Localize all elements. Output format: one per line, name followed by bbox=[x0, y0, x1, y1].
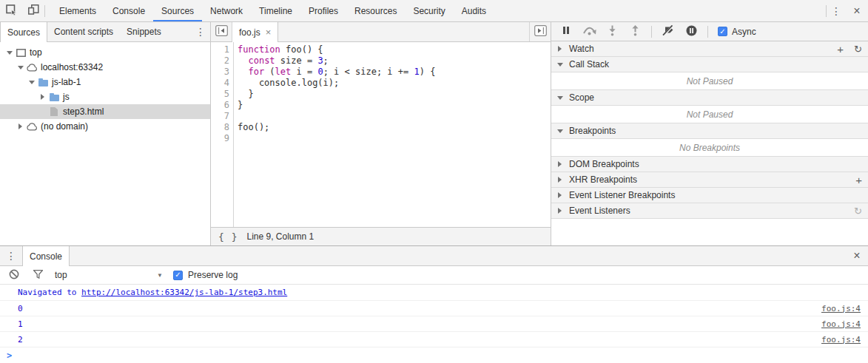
device-toolbar-icon bbox=[28, 4, 39, 17]
section-event-listener-breakpoints[interactable]: Event Listener Breakpoints bbox=[551, 188, 868, 203]
section-title: Event Listeners bbox=[569, 206, 630, 216]
editor-tab-foo-js[interactable]: foo.js × bbox=[232, 22, 278, 42]
tab-resources[interactable]: Resources bbox=[346, 0, 405, 21]
code-line[interactable]: foo(); bbox=[238, 122, 551, 133]
expander-icon[interactable] bbox=[27, 81, 36, 84]
console-nav-link[interactable]: http://localhost:63342/js-lab-1/step3.ht… bbox=[81, 288, 287, 297]
tree-item-top[interactable]: top bbox=[0, 45, 210, 60]
tab-console[interactable]: Console bbox=[104, 0, 153, 21]
console-menu-button[interactable]: ⋮ bbox=[0, 246, 22, 265]
step-into-button[interactable] bbox=[605, 25, 619, 38]
refresh-icon[interactable]: ↻ bbox=[854, 44, 862, 54]
section-expander-icon[interactable] bbox=[555, 208, 565, 214]
code-line[interactable]: } bbox=[238, 100, 551, 111]
step-over-icon bbox=[582, 26, 596, 38]
navigator-menu-button[interactable]: ⋮ bbox=[191, 22, 210, 41]
close-drawer-button[interactable]: × bbox=[846, 246, 868, 265]
console-prompt[interactable]: > bbox=[0, 348, 868, 363]
navigator-tab-snippets[interactable]: Snippets bbox=[120, 22, 168, 41]
devtools-menu-button[interactable]: ⋮ bbox=[827, 0, 846, 21]
line-number[interactable]: 3 bbox=[211, 67, 229, 78]
line-number[interactable]: 6 bbox=[211, 100, 229, 111]
code-line[interactable]: const size = 3; bbox=[238, 55, 551, 67]
section-scope[interactable]: Scope bbox=[551, 90, 868, 106]
section-breakpoints[interactable]: Breakpoints bbox=[551, 123, 868, 139]
section-title: Call Stack bbox=[569, 59, 609, 69]
code-line[interactable] bbox=[238, 133, 551, 144]
preserve-log-checkbox[interactable]: ✓ bbox=[173, 271, 183, 280]
section-expander-icon[interactable] bbox=[555, 96, 565, 100]
console-source-link[interactable]: foo.js:4 bbox=[821, 319, 861, 329]
tree-item-localhost-63342[interactable]: localhost:63342 bbox=[0, 60, 210, 75]
step-over-button[interactable] bbox=[582, 26, 596, 38]
tree-item-no-domain[interactable]: (no domain) bbox=[0, 119, 210, 134]
async-toggle[interactable]: ✓ Async bbox=[718, 27, 756, 37]
section-xhr-breakpoints[interactable]: XHR Breakpoints+ bbox=[551, 172, 868, 188]
tab-elements[interactable]: Elements bbox=[51, 0, 104, 21]
add-icon[interactable]: + bbox=[855, 174, 862, 186]
expander-icon[interactable] bbox=[16, 66, 25, 69]
code-line[interactable]: for (let i = 0; i < size; i += 1) { bbox=[238, 67, 551, 78]
clear-console-button[interactable] bbox=[7, 269, 21, 282]
code-content[interactable]: function foo() { const size = 3; for (le… bbox=[234, 42, 551, 227]
refresh-icon[interactable]: ↻ bbox=[854, 206, 862, 216]
pause-script-button[interactable] bbox=[559, 26, 573, 37]
section-expander-icon[interactable] bbox=[555, 177, 565, 183]
code-line[interactable]: } bbox=[238, 89, 551, 100]
code-line[interactable] bbox=[238, 111, 551, 122]
tab-sources[interactable]: Sources bbox=[153, 0, 202, 21]
code-line[interactable]: console.log(i); bbox=[238, 78, 551, 89]
console-source-link[interactable]: foo.js:4 bbox=[821, 304, 861, 313]
execution-context-select[interactable]: top ▼ bbox=[55, 270, 163, 280]
pretty-print-icon[interactable]: { } bbox=[218, 231, 238, 242]
console-tab[interactable]: Console bbox=[22, 246, 70, 266]
navigator-tab-sources[interactable]: Sources bbox=[0, 22, 47, 42]
line-number[interactable]: 5 bbox=[211, 89, 229, 100]
line-number[interactable]: 7 bbox=[211, 111, 229, 122]
close-tab-icon[interactable]: × bbox=[266, 27, 272, 37]
line-number[interactable]: 4 bbox=[211, 78, 229, 89]
async-checkbox[interactable]: ✓ bbox=[718, 27, 727, 36]
section-expander-icon[interactable] bbox=[555, 161, 565, 167]
add-icon[interactable]: + bbox=[837, 44, 844, 55]
step-out-button[interactable] bbox=[628, 25, 642, 38]
hide-navigator-button[interactable] bbox=[211, 22, 232, 41]
line-number[interactable]: 2 bbox=[211, 55, 229, 67]
tree-item-js-lab-1[interactable]: js-lab-1 bbox=[0, 75, 210, 89]
line-number[interactable]: 9 bbox=[211, 133, 229, 144]
navigator-tab-content-scripts[interactable]: Content scripts bbox=[47, 22, 120, 41]
deactivate-breakpoints-button[interactable] bbox=[662, 25, 675, 38]
close-devtools-button[interactable]: × bbox=[846, 0, 868, 21]
section-expander-icon[interactable] bbox=[555, 46, 565, 52]
section-call-stack[interactable]: Call Stack bbox=[551, 57, 868, 72]
preserve-log-toggle[interactable]: ✓ Preserve log bbox=[173, 270, 238, 280]
line-number[interactable]: 1 bbox=[211, 44, 229, 55]
expander-icon[interactable] bbox=[38, 94, 47, 100]
tab-audits[interactable]: Audits bbox=[454, 0, 494, 21]
section-watch[interactable]: Watch+↻ bbox=[551, 41, 868, 57]
tab-network[interactable]: Network bbox=[202, 0, 251, 21]
code-line[interactable]: function foo() { bbox=[238, 44, 551, 55]
section-expander-icon[interactable] bbox=[555, 63, 565, 67]
section-event-listeners[interactable]: Event Listeners↻ bbox=[551, 203, 868, 219]
console-filter-button[interactable] bbox=[31, 270, 44, 281]
code-editor[interactable]: 123456789 function foo() { const size = … bbox=[211, 42, 551, 227]
folder-icon bbox=[36, 78, 50, 86]
line-number-gutter[interactable]: 123456789 bbox=[211, 42, 234, 227]
line-number[interactable]: 8 bbox=[211, 122, 229, 133]
expander-icon[interactable] bbox=[4, 51, 14, 55]
section-dom-breakpoints[interactable]: DOM Breakpoints bbox=[551, 157, 868, 172]
tab-security[interactable]: Security bbox=[405, 0, 453, 21]
hide-debugger-button[interactable] bbox=[529, 22, 551, 41]
tree-item-js[interactable]: js bbox=[0, 89, 210, 104]
tab-timeline[interactable]: Timeline bbox=[251, 0, 300, 21]
expander-icon[interactable] bbox=[16, 123, 25, 129]
tree-item-step3-html[interactable]: step3.html bbox=[0, 104, 210, 119]
section-expander-icon[interactable] bbox=[555, 129, 565, 133]
device-toolbar-button[interactable] bbox=[22, 0, 44, 21]
tab-profiles[interactable]: Profiles bbox=[300, 0, 346, 21]
section-expander-icon[interactable] bbox=[555, 192, 565, 198]
console-source-link[interactable]: foo.js:4 bbox=[821, 335, 861, 345]
pause-on-exceptions-button[interactable] bbox=[684, 25, 698, 38]
inspect-element-button[interactable] bbox=[0, 0, 22, 21]
